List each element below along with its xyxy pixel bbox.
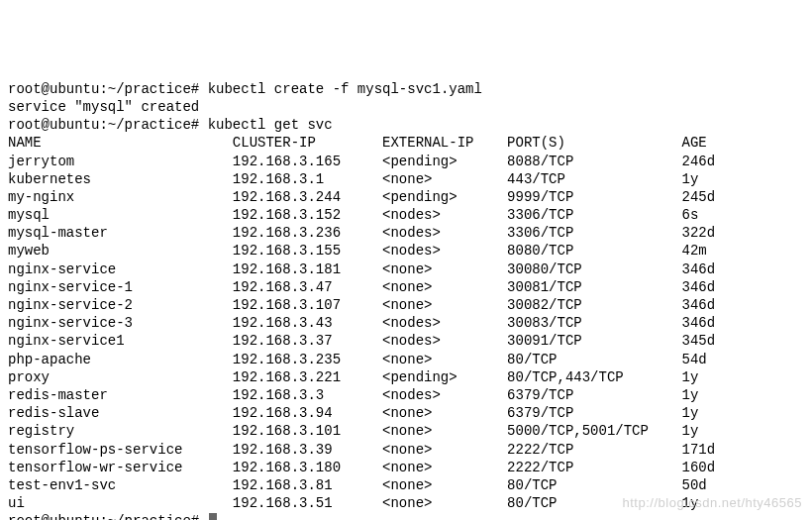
table-row: nginx-service1 192.168.3.37 <nodes> 3009… [8, 332, 804, 350]
table-row: tensorflow-ps-service 192.168.3.39 <none… [8, 441, 804, 459]
command-text: kubectl get svc [208, 117, 333, 133]
table-row: my-nginx 192.168.3.244 <pending> 9999/TC… [8, 188, 804, 206]
table-row: redis-slave 192.168.3.94 <none> 6379/TCP… [8, 404, 804, 422]
table-row: tensorflow-wr-service 192.168.3.180 <non… [8, 459, 804, 476]
cursor-icon[interactable] [209, 513, 217, 520]
table-row: php-apache 192.168.3.235 <none> 80/TCP 5… [8, 351, 804, 368]
table-header: NAME CLUSTER-IP EXTERNAL-IP PORT(S) AGE [8, 134, 804, 152]
table-row: myweb 192.168.3.155 <nodes> 8080/TCP 42m [8, 242, 804, 260]
table-row: jerrytom 192.168.3.165 <pending> 8088/TC… [8, 153, 804, 170]
terminal-output: root@ubuntu:~/practice# kubectl create -… [8, 80, 804, 520]
table-row: proxy 192.168.3.221 <pending> 80/TCP,443… [8, 368, 804, 386]
watermark-text: http://blog.csdn.net/hty46565 [623, 495, 802, 512]
table-row: nginx-service-3 192.168.3.43 <nodes> 300… [8, 314, 804, 332]
shell-prompt: root@ubuntu:~/practice# [8, 117, 199, 133]
table-row: kubernetes 192.168.3.1 <none> 443/TCP 1y [8, 170, 804, 188]
table-row: nginx-service-1 192.168.3.47 <none> 3008… [8, 278, 804, 296]
table-row: redis-master 192.168.3.3 <nodes> 6379/TC… [8, 386, 804, 404]
table-row: mysql 192.168.3.152 <nodes> 3306/TCP 6s [8, 206, 804, 224]
shell-prompt: root@ubuntu:~/practice# [8, 513, 199, 520]
table-row: registry 192.168.3.101 <none> 5000/TCP,5… [8, 422, 804, 440]
prompt-line-3: root@ubuntu:~/practice# [8, 512, 804, 520]
table-row: test-env1-svc 192.168.3.81 <none> 80/TCP… [8, 476, 804, 494]
response-line-1: service "mysql" created [8, 98, 804, 116]
prompt-line-1: root@ubuntu:~/practice# kubectl create -… [8, 80, 804, 98]
table-row: mysql-master 192.168.3.236 <nodes> 3306/… [8, 224, 804, 242]
shell-prompt: root@ubuntu:~/practice# [8, 81, 199, 97]
command-text: kubectl create -f mysql-svc1.yaml [208, 81, 482, 97]
prompt-line-2: root@ubuntu:~/practice# kubectl get svc [8, 116, 804, 134]
table-row: nginx-service 192.168.3.181 <none> 30080… [8, 260, 804, 278]
table-row: nginx-service-2 192.168.3.107 <none> 300… [8, 296, 804, 314]
